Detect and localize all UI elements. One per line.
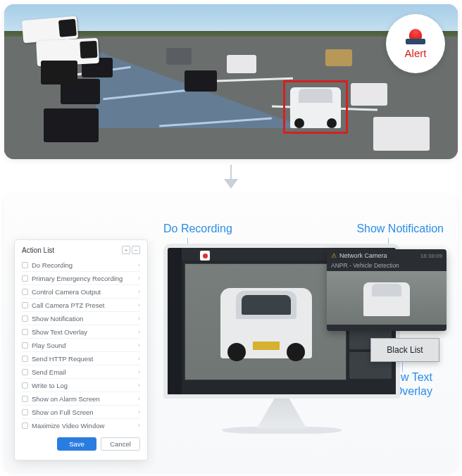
live-video-tile[interactable] (185, 263, 346, 380)
remove-action-button[interactable]: − (132, 246, 140, 254)
vehicle (351, 83, 387, 106)
monitor-stand (257, 399, 306, 428)
vehicle (373, 117, 430, 151)
action-list-item[interactable]: Maximize Video Window› (22, 419, 140, 432)
text-overlay-badge: Black List (370, 338, 439, 362)
action-list-item[interactable]: Send Email› (22, 365, 140, 379)
highway-detection-scene: Alert (4, 4, 458, 159)
notification-time: 18:38:09 (420, 253, 442, 259)
checkbox[interactable] (22, 409, 28, 415)
action-item-label: Do Recording (32, 261, 138, 269)
checkbox[interactable] (22, 396, 28, 402)
anpr-cameras (10, 10, 116, 87)
chevron-right-icon: › (138, 288, 140, 295)
action-list-dialog: Action List + − Do Recording›Primary Eme… (14, 239, 148, 461)
checkbox[interactable] (22, 302, 28, 308)
cancel-button[interactable]: Cancel (101, 437, 140, 451)
checkbox[interactable] (22, 289, 28, 295)
notification-title: Network Camera (339, 252, 387, 259)
chevron-right-icon: › (138, 301, 140, 308)
add-action-button[interactable]: + (122, 246, 130, 254)
action-list-item[interactable]: Show on Alarm Screen› (22, 392, 140, 406)
action-item-label: Maximize Video Window (32, 422, 138, 430)
chevron-right-icon: › (138, 261, 140, 268)
vehicle-in-video (220, 288, 312, 358)
checkbox[interactable] (22, 369, 28, 375)
app-sidebar (168, 248, 182, 394)
action-item-label: Send Email (32, 368, 138, 376)
checkbox[interactable] (22, 329, 28, 335)
record-button[interactable] (200, 251, 210, 261)
chevron-right-icon: › (138, 315, 140, 322)
ir-spotlight (41, 61, 77, 84)
save-button[interactable]: Save (57, 437, 96, 451)
chevron-right-icon: › (138, 355, 140, 362)
chevron-right-icon: › (138, 342, 140, 349)
action-list-item[interactable]: Control Camera Output› (22, 285, 140, 299)
action-list-header: Action List + − (22, 246, 140, 254)
action-item-label: Play Sound (32, 342, 138, 349)
checkbox[interactable] (22, 382, 28, 389)
action-item-label: Control Camera Output (32, 288, 138, 296)
lens-icon (58, 19, 77, 37)
alert-label: Alert (405, 47, 427, 59)
detection-bounding-box (283, 80, 348, 134)
action-list-item[interactable]: Call Camera PTZ Preset› (22, 299, 140, 312)
chevron-right-icon: › (138, 395, 140, 402)
action-list-title: Action List (22, 246, 54, 254)
action-list-item[interactable]: Play Sound› (22, 339, 140, 352)
action-list-item[interactable]: Show Text Overlay› (22, 325, 140, 339)
alarm-actions-scene: Do Recording Show Notification Show Text… (4, 194, 458, 472)
flow-arrow-icon (223, 165, 239, 189)
record-icon (203, 253, 208, 258)
license-plate (253, 342, 280, 350)
action-item-label: Call Camera PTZ Preset (32, 301, 138, 309)
action-item-label: Primary Emergency Recording (32, 275, 138, 282)
action-list-item[interactable]: Write to Log› (22, 379, 140, 392)
action-item-label: Show Notification (32, 315, 138, 322)
snapshot-vehicle (363, 282, 410, 316)
notification-snapshot (327, 271, 447, 325)
callout-show-notification: Show Notification (356, 223, 444, 235)
black-list-label: Black List (387, 345, 423, 355)
alert-badge: Alert (386, 14, 445, 73)
checkbox[interactable] (22, 422, 28, 429)
checkbox[interactable] (22, 275, 28, 282)
chevron-right-icon: › (138, 275, 140, 282)
checkbox[interactable] (22, 262, 28, 268)
action-list-item[interactable]: Show Notification› (22, 312, 140, 325)
action-item-label: Show on Full Screen (32, 408, 138, 416)
vehicle (166, 48, 192, 65)
action-item-label: Show Text Overlay (32, 328, 138, 336)
warning-icon: ⚠ (331, 252, 337, 259)
lens-icon (80, 41, 97, 58)
checkbox[interactable] (22, 315, 28, 322)
action-list-item[interactable]: Primary Emergency Recording› (22, 272, 140, 285)
callout-do-recording: Do Recording (163, 223, 232, 235)
vehicle (325, 49, 352, 66)
checkbox[interactable] (22, 342, 28, 349)
action-list-item[interactable]: Do Recording› (22, 258, 140, 272)
notification-subtitle: ANPR - Vehicle Detection (327, 262, 447, 271)
action-item-label: Show on Alarm Screen (32, 395, 138, 403)
vehicle (227, 55, 256, 73)
callout-leader (402, 362, 403, 372)
action-list-item[interactable]: Show on Full Screen› (22, 406, 140, 419)
checkbox[interactable] (22, 356, 28, 362)
chevron-right-icon: › (138, 422, 140, 429)
action-list-item[interactable]: Send HTTP Request› (22, 352, 140, 365)
vehicle (44, 108, 99, 142)
chevron-right-icon: › (138, 382, 140, 389)
notification-popup[interactable]: ⚠ Network Camera 18:38:09 ANPR - Vehicle… (327, 249, 447, 331)
action-item-label: Write to Log (32, 382, 138, 389)
chevron-right-icon: › (138, 408, 140, 415)
chevron-right-icon: › (138, 328, 140, 335)
siren-icon (406, 29, 425, 44)
action-item-label: Send HTTP Request (32, 355, 138, 363)
chevron-right-icon: › (138, 368, 140, 375)
vehicle (185, 70, 217, 92)
